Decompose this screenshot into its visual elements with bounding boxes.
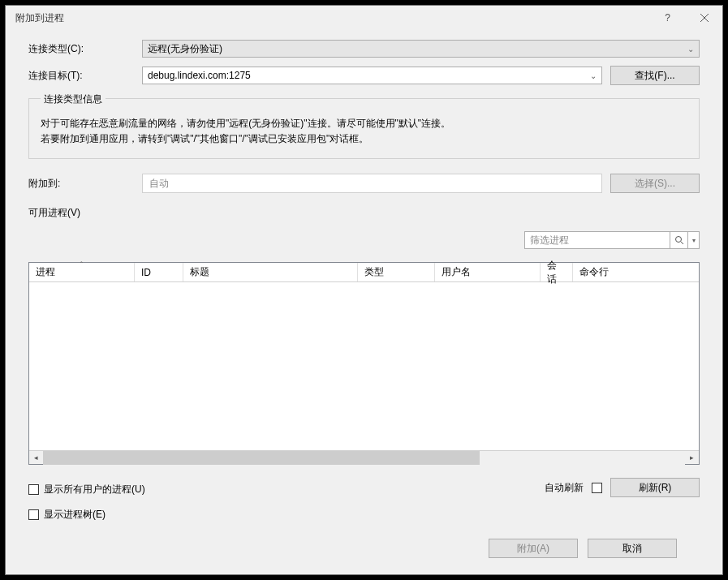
process-table: 进程 ID 标题 类型 用户名 会话 命令行 ◂ ▸ (28, 262, 700, 465)
table-header: 进程 ID 标题 类型 用户名 会话 命令行 (29, 263, 699, 282)
filter-placeholder: 筛选进程 (530, 234, 569, 247)
table-body[interactable] (29, 282, 699, 450)
svg-line-1 (681, 242, 683, 244)
filter-input[interactable]: 筛选进程 (524, 231, 670, 249)
show-all-users-checkbox[interactable] (28, 484, 39, 495)
scroll-thumb[interactable] (43, 451, 480, 465)
chevron-down-icon: ⌄ (590, 71, 597, 80)
col-type[interactable]: 类型 (358, 263, 435, 281)
dialog-content: 连接类型(C): 远程(无身份验证) ⌄ 连接目标(T): debug.lind… (6, 30, 722, 574)
left-checkboxes: 显示所有用户的进程(U) 显示进程树(E) (28, 478, 145, 522)
show-tree-checkbox[interactable] (28, 509, 39, 520)
attach-to-value: 自动 (142, 174, 602, 193)
show-tree-label: 显示进程树(E) (44, 508, 106, 522)
cancel-button[interactable]: 取消 (588, 539, 677, 558)
dialog-footer: 附加(A) 取消 (28, 531, 700, 558)
find-button[interactable]: 查找(F)... (610, 66, 700, 85)
scroll-left-icon[interactable]: ◂ (29, 451, 43, 465)
scroll-right-icon[interactable]: ▸ (685, 451, 699, 465)
connection-target-label: 连接目标(T): (28, 69, 134, 83)
show-tree-row[interactable]: 显示进程树(E) (28, 508, 145, 522)
svg-point-0 (675, 237, 681, 243)
connection-info-body: 对于可能存在恶意刷流量的网络，请勿使用"远程(无身份验证)"连接。请尽可能使用"… (41, 116, 687, 147)
titlebar: 附加到进程 ? (6, 6, 722, 30)
connection-target-value: debug.lindexi.com:1275 (148, 70, 251, 81)
col-title[interactable]: 标题 (183, 263, 358, 281)
attach-button[interactable]: 附加(A) (489, 539, 578, 558)
attach-to-label: 附加到: (28, 177, 134, 191)
col-id[interactable]: ID (135, 263, 183, 281)
close-button[interactable] (686, 6, 722, 30)
connection-info-legend: 连接类型信息 (41, 92, 106, 106)
help-button[interactable]: ? (649, 6, 686, 30)
col-user[interactable]: 用户名 (435, 263, 541, 281)
filter-dropdown-icon[interactable]: ▾ (688, 231, 700, 249)
search-icon[interactable] (670, 231, 688, 249)
info-line-1: 对于可能存在恶意刷流量的网络，请勿使用"远程(无身份验证)"连接。请尽可能使用"… (41, 116, 687, 131)
connection-type-label: 连接类型(C): (28, 42, 134, 56)
refresh-button[interactable]: 刷新(R) (610, 478, 700, 497)
col-session[interactable]: 会话 (541, 263, 573, 281)
scroll-track[interactable] (43, 451, 685, 465)
horizontal-scrollbar[interactable]: ◂ ▸ (29, 450, 699, 464)
available-processes-label: 可用进程(V) (28, 206, 700, 220)
connection-info-group: 连接类型信息 对于可能存在恶意刷流量的网络，请勿使用"远程(无身份验证)"连接。… (28, 98, 700, 159)
connection-type-value: 远程(无身份验证) (148, 42, 222, 56)
connection-type-row: 连接类型(C): 远程(无身份验证) ⌄ (28, 40, 700, 58)
show-all-users-row[interactable]: 显示所有用户的进程(U) (28, 483, 145, 496)
connection-target-row: 连接目标(T): debug.lindexi.com:1275 ⌄ 查找(F).… (28, 66, 700, 85)
connection-target-combo[interactable]: debug.lindexi.com:1275 ⌄ (142, 67, 602, 84)
col-process[interactable]: 进程 (29, 263, 135, 281)
filter-row: 筛选进程 ▾ (28, 231, 700, 249)
col-cmdline[interactable]: 命令行 (573, 263, 699, 281)
window-title: 附加到进程 (15, 11, 649, 25)
bottom-options: 显示所有用户的进程(U) 显示进程树(E) 自动刷新 刷新(R) (28, 478, 700, 522)
show-all-users-label: 显示所有用户的进程(U) (44, 483, 145, 496)
refresh-area: 自动刷新 刷新(R) (545, 478, 700, 497)
attach-to-process-dialog: 附加到进程 ? 连接类型(C): 远程(无身份验证) ⌄ 连接目标(T): de… (5, 5, 723, 575)
info-line-2: 若要附加到通用应用，请转到"调试"/"其他窗口"/"调试已安装应用包"对话框。 (41, 131, 687, 147)
connection-type-combo[interactable]: 远程(无身份验证) ⌄ (142, 40, 700, 58)
chevron-down-icon: ⌄ (687, 45, 694, 54)
attach-to-row: 附加到: 自动 选择(S)... (28, 174, 700, 193)
auto-refresh-label: 自动刷新 (545, 481, 584, 495)
auto-refresh-checkbox[interactable] (592, 483, 602, 493)
select-button[interactable]: 选择(S)... (610, 174, 700, 193)
